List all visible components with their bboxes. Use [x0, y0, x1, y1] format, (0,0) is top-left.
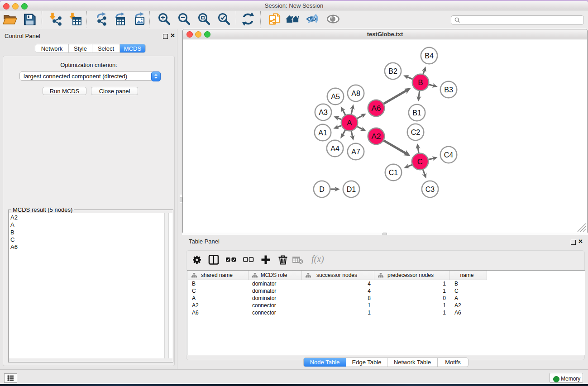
svg-text:A8: A8: [351, 90, 360, 97]
svg-text:A2: A2: [372, 132, 381, 141]
svg-text:A1: A1: [318, 129, 327, 137]
svg-text:B: B: [418, 78, 423, 87]
svg-text:C4: C4: [444, 151, 454, 159]
svg-text:A: A: [347, 119, 352, 127]
svg-text:C3: C3: [425, 186, 435, 193]
svg-text:B4: B4: [425, 52, 434, 60]
svg-text:A6: A6: [372, 104, 381, 113]
svg-text:A3: A3: [319, 109, 328, 116]
svg-text:C2: C2: [411, 129, 421, 136]
svg-text:A5: A5: [331, 93, 340, 100]
svg-text:D1: D1: [347, 186, 356, 193]
svg-text:A4: A4: [330, 145, 339, 152]
svg-text:C: C: [417, 157, 423, 166]
svg-text:B3: B3: [444, 86, 453, 94]
svg-text:B2: B2: [388, 67, 397, 75]
svg-text:B1: B1: [412, 109, 421, 117]
svg-text:A7: A7: [351, 148, 360, 156]
svg-text:C1: C1: [389, 169, 398, 176]
svg-text:D: D: [319, 186, 325, 193]
